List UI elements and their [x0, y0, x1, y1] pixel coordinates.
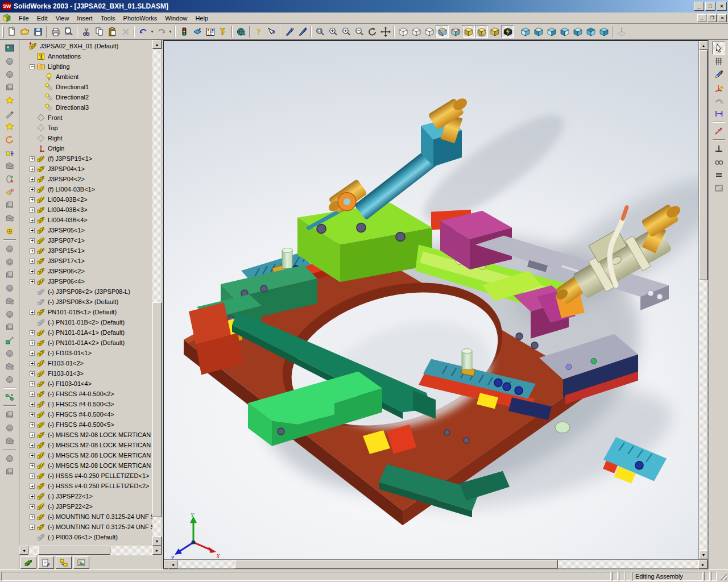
rib-button[interactable]: [3, 347, 16, 360]
paste-button[interactable]: [106, 25, 119, 38]
dome-button[interactable]: [3, 360, 16, 373]
scroll-up-button[interactable]: ▲: [152, 40, 162, 49]
fix-component-button[interactable]: [3, 159, 16, 172]
sketch-button[interactable]: [712, 68, 725, 81]
menu-file[interactable]: File: [15, 14, 33, 23]
resize-grip[interactable]: [719, 572, 727, 580]
exploded-view-button[interactable]: [3, 211, 16, 225]
display-realview-button[interactable]: [501, 25, 514, 38]
featuremanager-tab[interactable]: [20, 556, 36, 569]
tree-expander-plus[interactable]: [30, 177, 35, 182]
chamfer-button[interactable]: [3, 307, 16, 321]
hole-wizard-button[interactable]: [3, 334, 16, 347]
tree-expander-plus[interactable]: [30, 197, 35, 202]
tree-expander-plus[interactable]: [30, 167, 35, 172]
zoom-out-button[interactable]: [353, 25, 366, 38]
undo-button[interactable]: [136, 25, 150, 38]
tree-expander-plus[interactable]: [30, 228, 35, 233]
display-wireframe-button[interactable]: [396, 25, 410, 38]
tree-item-pi003-06-1-default[interactable]: (-) PI003-06<1> (Default): [19, 532, 152, 542]
tree-item-mhscs-m2-08-lock-mertican-510[interactable]: (-) MHSCS M2-08 LOCK MERTICAN #510: [19, 450, 152, 460]
tree-item-pn101-01a-1-default[interactable]: (-) PN101-01A<1> (Default): [19, 327, 152, 338]
tree-item-mounting-nut-0-3125-24-unf-smc[interactable]: (-) MOUNTING NUT 0.3125-24 UNF SMC: [19, 512, 152, 522]
rotate-component-button[interactable]: [3, 133, 16, 146]
display-curvature-button[interactable]: [488, 25, 501, 38]
new-document-button[interactable]: [5, 25, 18, 38]
menu-photoworks[interactable]: PhotoWorks: [119, 14, 162, 23]
tree-item-fi103-01-4[interactable]: (-) FI103-01<4>: [19, 379, 152, 389]
select-arrow-button[interactable]: [712, 41, 725, 55]
viewport-horizontal-scrollbar[interactable]: ◄ ►: [164, 559, 708, 568]
hide-show-component-button[interactable]: [3, 55, 16, 68]
close-button[interactable]: ×: [717, 2, 727, 11]
scroll-left-button[interactable]: ◄: [19, 546, 28, 555]
edit-color-button[interactable]: [191, 25, 204, 38]
redo-button[interactable]: [155, 25, 168, 38]
child-minimize-button[interactable]: _: [697, 14, 706, 22]
view-normal-to-button[interactable]: [615, 25, 628, 38]
select-plus-tool-button[interactable]: [296, 25, 309, 38]
save-document-button[interactable]: [31, 25, 44, 38]
tree-item-mounting-nut-0-3125-24-unf-smc[interactable]: (-) MOUNTING NUT 0.3125-24 UNF SMC: [19, 522, 152, 532]
tree-expander-plus[interactable]: [30, 433, 35, 438]
assembly-3d-model[interactable]: Y X Z: [164, 41, 698, 559]
tree-item-pn101-01b-1-default[interactable]: PN101-01B<1> (Default): [19, 307, 152, 317]
revolved-boss-button[interactable]: [3, 255, 16, 268]
display-relations-button[interactable]: [712, 155, 725, 168]
viewport-pane-splitter[interactable]: [164, 560, 168, 569]
menu-help[interactable]: Help: [191, 14, 212, 23]
toolbar-grip[interactable]: [2, 26, 4, 38]
tree-item-hsss-4-0-250-pelletized-1[interactable]: (-) HSSS #4-0.250 PELLETIZED<1>: [19, 471, 152, 481]
view-left-button[interactable]: [545, 25, 558, 38]
tree-item-j3psp07-1[interactable]: J3PSP07<1>: [19, 235, 152, 246]
tree-item-j3psp08-3-default[interactable]: (-) J3PSP08<3> (Default): [19, 297, 152, 307]
view-right-button[interactable]: [558, 25, 571, 38]
scroll-right-button[interactable]: ►: [152, 546, 162, 555]
display-section-view-button[interactable]: [449, 25, 462, 38]
view-bottom-button[interactable]: [584, 25, 597, 38]
menu-tools[interactable]: Tools: [97, 14, 119, 23]
tree-item-directional2[interactable]: Directional2: [19, 92, 152, 102]
help-button[interactable]: ?: [252, 25, 265, 38]
child-close-button[interactable]: ×: [718, 14, 727, 22]
tree-item-pn101-01b-2-default[interactable]: (-) PN101-01B<2> (Default): [19, 317, 152, 327]
sketch-3d-button[interactable]: [712, 81, 725, 94]
tree-expander-plus[interactable]: [30, 187, 35, 192]
delete-button[interactable]: [119, 25, 132, 38]
tree-item-lighting[interactable]: Lighting: [19, 61, 152, 72]
tree-item-mhscs-m2-08-lock-mertican-510[interactable]: (-) MHSCS M2-08 LOCK MERTICAN #510: [19, 460, 152, 471]
viewport-scroll-left-button[interactable]: ◄: [168, 560, 177, 569]
tree-item-li004-03b-3[interactable]: LI004-03B<3>: [19, 205, 152, 215]
tree-item-top[interactable]: Top: [19, 123, 152, 133]
tree-expander-plus[interactable]: [30, 494, 35, 499]
tree-expander-plus[interactable]: [30, 514, 35, 519]
display-hidden-lines-visible-button[interactable]: [410, 25, 423, 38]
view-front-button[interactable]: [519, 25, 532, 38]
tree-item-j3psp04-1[interactable]: J3PSP04<1>: [19, 164, 152, 174]
verification-stoplight-button[interactable]: [177, 25, 191, 38]
smart-mates-button[interactable]: N: [3, 185, 16, 198]
view-top-button[interactable]: [571, 25, 584, 38]
tree-item-fhscs-4-0-500-4[interactable]: (-) FHSCS #4-0.500<4>: [19, 409, 152, 419]
undo-dropdown-arrow[interactable]: ▼: [150, 25, 155, 38]
shape-feature-button[interactable]: [3, 373, 16, 386]
tree-expander-plus[interactable]: [30, 412, 35, 417]
shell-button[interactable]: [3, 321, 16, 334]
zoom-to-fit-button[interactable]: [313, 25, 326, 38]
no-solve-move-button[interactable]: [712, 107, 725, 120]
tree-expander-plus[interactable]: [30, 463, 35, 468]
tree-item-mhscs-m2-08-lock-mertican-510[interactable]: (-) MHSCS M2-08 LOCK MERTICAN #510: [19, 440, 152, 450]
tree-expander-plus[interactable]: [30, 473, 35, 479]
tree-expander-plus[interactable]: [30, 443, 35, 448]
menu-view[interactable]: View: [52, 14, 73, 23]
tree-item-j3psp06-2[interactable]: J3PSP06<2>: [19, 266, 152, 276]
tree-item-directional3[interactable]: Directional3: [19, 102, 152, 113]
copy-button[interactable]: [93, 25, 106, 38]
zoom-in-button[interactable]: [326, 25, 340, 38]
tree-item-j3psa02-bxh-01-default[interactable]: J3PSA02_BXH_01 (Default): [19, 41, 152, 51]
tree-item-j3psp08-2-j3psp08-l[interactable]: (-) J3PSP08<2> (J3PSP08-L): [19, 286, 152, 297]
cut-button[interactable]: [80, 25, 93, 38]
tree-item-mhscs-m2-08-lock-mertican-510[interactable]: (-) MHSCS M2-08 LOCK MERTICAN #510: [19, 430, 152, 440]
tree-item-f-li004-03b-1[interactable]: (f) LI004-03B<1>: [19, 184, 152, 194]
tree-expander-plus[interactable]: [30, 340, 35, 346]
